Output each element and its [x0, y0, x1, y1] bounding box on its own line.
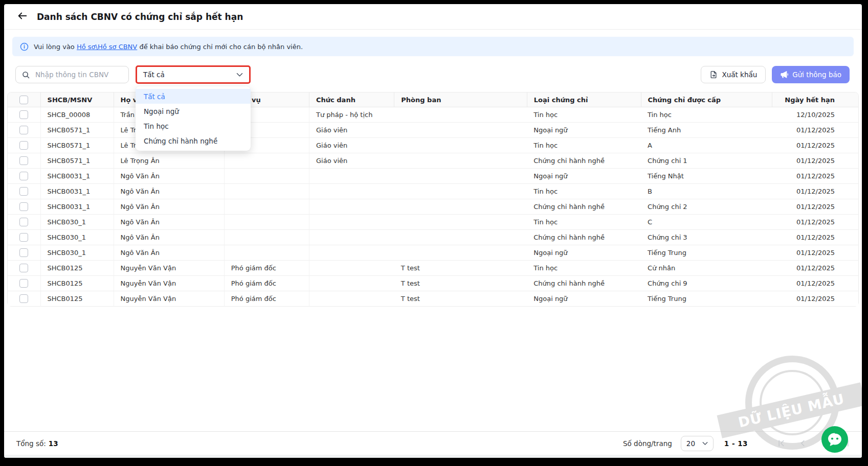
first-page-icon[interactable] — [777, 439, 785, 447]
stamp-inner-ring — [760, 370, 825, 435]
column-header: Phòng ban — [394, 92, 527, 107]
certificate-type-select[interactable]: Tất cả — [136, 65, 251, 84]
table-cell: Chứng chỉ hành nghề — [527, 276, 641, 291]
send-notification-button[interactable]: Gửi thông báo — [772, 66, 850, 83]
table-cell: SHCB0125 — [40, 276, 114, 291]
page-size-select[interactable]: 20 — [681, 436, 714, 451]
table-cell: Chứng chỉ hành nghề — [527, 230, 641, 245]
table-cell: 01/12/2025 — [772, 199, 858, 215]
table-cell: 01/12/2025 — [772, 153, 858, 169]
table-cell: T test — [394, 276, 527, 291]
table-cell: T test — [394, 291, 527, 307]
row-checkbox[interactable] — [19, 264, 28, 272]
table-cell: A — [641, 138, 772, 153]
total-count: Tổng số:13 — [16, 439, 58, 448]
export-button[interactable]: Xuất khẩu — [701, 66, 766, 83]
table-cell — [394, 153, 527, 169]
table-cell: Nguyễn Văn Vận — [114, 291, 224, 307]
row-checkbox[interactable] — [19, 279, 28, 288]
table-cell: Tiếng Anh — [641, 123, 772, 138]
table-cell: Tiếng Trung — [641, 291, 772, 307]
table-cell: Nguyễn Văn Vận — [114, 261, 224, 276]
app-window: Danh sách CBNV có chứng chỉ sắp hết hạn … — [4, 4, 862, 458]
row-checkbox[interactable] — [19, 172, 28, 180]
page-title: Danh sách CBNV có chứng chỉ sắp hết hạn — [37, 12, 243, 22]
table-cell — [394, 230, 527, 245]
column-header: Chức danh — [309, 92, 394, 107]
table-cell — [394, 138, 527, 153]
table-cell — [309, 184, 394, 199]
table-cell — [224, 199, 309, 215]
table-cell: Giáo viên — [309, 138, 394, 153]
table-cell: 01/12/2025 — [772, 169, 858, 184]
banner-text: Vui lòng vào Hồ sơ\Hồ sơ CBNV để khai bá… — [34, 43, 303, 51]
info-icon — [20, 42, 29, 51]
table-cell — [394, 199, 527, 215]
table-cell: Chứng chỉ 2 — [641, 199, 772, 215]
filter-menu-item[interactable]: Ngoại ngữ — [136, 104, 251, 119]
filter-menu-item[interactable]: Tất cả — [136, 89, 251, 104]
search-box[interactable] — [15, 66, 129, 83]
table-cell: 01/12/2025 — [772, 184, 858, 199]
table-cell — [224, 245, 309, 261]
filter-menu-item[interactable]: Chứng chỉ hành nghề — [136, 133, 251, 148]
row-checkbox[interactable] — [19, 248, 28, 257]
table-cell — [224, 215, 309, 230]
table-cell: Chứng chỉ 1 — [641, 153, 772, 169]
total-value: 13 — [49, 439, 58, 448]
table-cell — [394, 215, 527, 230]
rows-per-page-label: Số dòng/trang — [623, 439, 672, 448]
table-cell: Tư pháp - hộ tịch — [309, 107, 394, 123]
table-cell: SHCB0571_1 — [40, 123, 114, 138]
table-cell: 01/12/2025 — [772, 215, 858, 230]
row-checkbox[interactable] — [19, 187, 28, 196]
toolbar: Tất cả Xuất khẩu Gửi thông báo — [15, 65, 850, 84]
table-cell — [309, 215, 394, 230]
table-row: SHCB0125Nguyễn Văn VậnPhó giám đốcT test… — [8, 261, 858, 276]
search-icon — [22, 71, 30, 79]
table-cell: Tin học — [527, 215, 641, 230]
table-cell: Ngoại ngữ — [527, 169, 641, 184]
table-cell — [224, 169, 309, 184]
row-checkbox[interactable] — [19, 202, 28, 211]
arrow-left-icon — [17, 10, 28, 24]
column-header: Chứng chỉ được cấp — [641, 92, 772, 107]
table-cell: Chứng chỉ 3 — [641, 230, 772, 245]
table-cell: SHCB030_1 — [40, 230, 114, 245]
info-banner: Vui lòng vào Hồ sơ\Hồ sơ CBNV để khai bá… — [12, 37, 854, 56]
table-row: SHCB030_1Ngô Văn ÂnNgoại ngữTiếng Trung0… — [8, 245, 858, 261]
title-bar: Danh sách CBNV có chứng chỉ sắp hết hạn — [4, 4, 862, 30]
total-label: Tổng số: — [16, 439, 46, 448]
select-all-checkbox[interactable] — [19, 96, 28, 104]
chat-face-icon — [821, 445, 848, 455]
table-cell: SHCB030_1 — [40, 215, 114, 230]
row-checkbox[interactable] — [19, 294, 28, 303]
row-checkbox[interactable] — [19, 126, 28, 134]
table-cell: SHCB0571_1 — [40, 153, 114, 169]
row-checkbox[interactable] — [19, 110, 28, 119]
prev-page-icon[interactable] — [799, 439, 807, 447]
filter-menu-item[interactable]: Tin học — [136, 119, 251, 133]
table-cell: Tin học — [527, 107, 641, 123]
chat-support-button[interactable] — [821, 426, 848, 453]
column-header: SHCB/MSNV — [40, 92, 114, 107]
table-cell: 01/12/2025 — [772, 291, 858, 307]
row-checkbox[interactable] — [19, 141, 28, 150]
search-input[interactable] — [34, 70, 122, 79]
table-cell: Phó giám đốc — [224, 261, 309, 276]
profile-link[interactable]: Hồ sơ\Hồ sơ CBNV — [77, 43, 137, 51]
row-checkbox[interactable] — [19, 218, 28, 226]
table-cell: Ngô Văn Ân — [114, 199, 224, 215]
page-size-value: 20 — [686, 439, 695, 448]
table-cell: Cử nhân — [641, 261, 772, 276]
row-checkbox[interactable] — [19, 233, 28, 242]
table-cell: 01/12/2025 — [772, 276, 858, 291]
table-cell: 01/12/2025 — [772, 138, 858, 153]
table-cell: B — [641, 184, 772, 199]
chevron-down-icon — [702, 441, 708, 446]
table-cell: SHCB0031_1 — [40, 184, 114, 199]
row-checkbox[interactable] — [19, 156, 28, 165]
back-button[interactable] — [17, 10, 28, 24]
table-row: SHCB0031_1Ngô Văn ÂnNgoại ngữTiếng Nhật0… — [8, 169, 858, 184]
table-row: SHCB0571_1Lê Trọng ÂnGiáo viênChứng chỉ … — [8, 153, 858, 169]
